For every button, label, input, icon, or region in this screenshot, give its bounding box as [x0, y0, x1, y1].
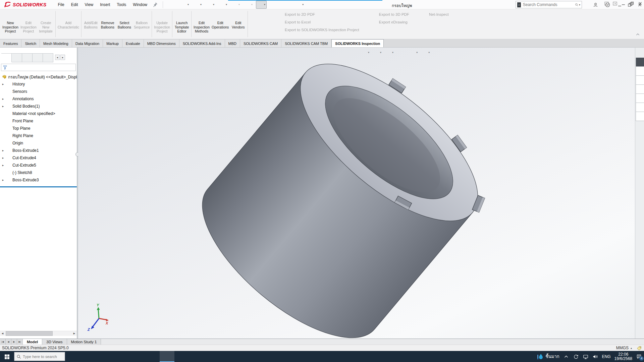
- account-button[interactable]: [591, 1, 600, 9]
- export-button-export-to-3d-pdf[interactable]: Export to 3D PDF: [371, 11, 409, 17]
- ribbon-button-balloon-sequence[interactable]: Balloon Sequence: [133, 10, 151, 30]
- quick-button-redo[interactable]: ▾: [243, 1, 254, 9]
- scrollbar-thumb[interactable]: [6, 331, 53, 336]
- view-tab-motion-study-1[interactable]: Motion Study 1: [67, 339, 101, 345]
- ribbon-button-create-new-template[interactable]: Create New template: [38, 10, 54, 35]
- units-selector[interactable]: MMGS: [616, 346, 629, 350]
- tree-item-material[interactable]: ▸ Material <not specified>: [0, 110, 77, 117]
- export-button-export-to-solidworks-inspection-project[interactable]: Export to SOLIDWORKS Inspection Project: [276, 27, 359, 33]
- pin-icon[interactable]: [153, 2, 158, 7]
- tree-item-cut-extrude5[interactable]: ▸ Cut-Extrude5: [0, 162, 77, 169]
- scroll-right-icon[interactable]: ▶: [72, 331, 77, 336]
- quick-button-print[interactable]: ▾: [218, 1, 228, 9]
- panel-tab-feature-manager[interactable]: [1, 53, 12, 62]
- view-tool-previous-view[interactable]: ▾: [324, 49, 333, 56]
- quick-button-undo[interactable]: ▾: [230, 1, 241, 9]
- dropdown-caret-icon[interactable]: ▾: [392, 51, 393, 54]
- dropdown-caret-icon[interactable]: ▾: [226, 3, 227, 6]
- view-tool-view-orientation[interactable]: ▾: [360, 49, 370, 56]
- quick-button-file-properties[interactable]: ▾: [281, 1, 292, 9]
- search-icon[interactable]: [575, 2, 578, 7]
- language-indicator[interactable]: ENG: [602, 354, 611, 359]
- task-pane-tab-design-library[interactable]: [636, 76, 644, 85]
- expand-arrow-icon[interactable]: ▸: [1, 178, 5, 182]
- dropdown-caret-icon[interactable]: ▾: [302, 3, 304, 6]
- tab-markup[interactable]: Markup: [103, 39, 122, 47]
- view-tool-zoom-to-area[interactable]: ▾: [312, 49, 321, 56]
- doc-minimize-icon[interactable]: [621, 1, 626, 6]
- network-icon[interactable]: [583, 354, 589, 360]
- weather-widget[interactable]: ชื้นมาก: [537, 353, 559, 360]
- taskbar-clock[interactable]: 22:06 19/6/2568: [614, 352, 632, 361]
- tree-item-origin[interactable]: ▸ Origin: [0, 139, 77, 147]
- task-pane-tab-appearances-scenes[interactable]: [636, 103, 644, 112]
- view-tool-apply-scene[interactable]: ▾: [408, 49, 418, 56]
- quick-button-save[interactable]: ▾: [205, 1, 216, 9]
- quick-button-options[interactable]: ▾: [294, 1, 305, 9]
- panel-tab-display-manager[interactable]: [43, 53, 53, 62]
- search-commands-box[interactable]: › ▾: [516, 1, 582, 8]
- ribbon-collapse-icon[interactable]: [636, 33, 640, 37]
- tree-item-cut-extrude4[interactable]: ▸ Cut-Extrude4: [0, 154, 77, 162]
- taskbar-app-mail[interactable]: [145, 351, 160, 362]
- taskbar-app-store[interactable]: [130, 351, 145, 362]
- volume-icon[interactable]: [592, 354, 598, 360]
- panel-tab-configuration-manager[interactable]: [22, 53, 33, 62]
- taskbar-app-edge[interactable]: [101, 351, 115, 362]
- expand-arrow-icon[interactable]: ▸: [1, 82, 5, 86]
- dropdown-caret-icon[interactable]: ▾: [251, 3, 253, 6]
- model-cylinder[interactable]: [78, 48, 635, 339]
- quick-button-rebuild[interactable]: ▾: [269, 1, 279, 9]
- dropdown-caret-icon[interactable]: ▾: [213, 3, 214, 6]
- taskbar-app-solidworks-2024[interactable]: [160, 351, 174, 362]
- collapse-pane-left-icon[interactable]: [604, 1, 609, 6]
- taskbar-search-input[interactable]: [23, 355, 62, 359]
- tree-item-sensors[interactable]: ▸ Sensors: [0, 88, 77, 95]
- tab-solidworks-cam-tbm[interactable]: SOLIDWORKS CAM TBM: [281, 39, 331, 47]
- panel-tab-scroll-left-icon[interactable]: ◂: [55, 55, 60, 60]
- menu-item-edit[interactable]: Edit: [68, 1, 82, 8]
- ribbon-button-add-edit-balloons[interactable]: Add/Edit Balloons: [83, 10, 99, 30]
- tab-nav-last-icon[interactable]: ▶|: [17, 339, 23, 345]
- doc-restore-icon[interactable]: [629, 1, 634, 6]
- menu-item-tools[interactable]: Tools: [113, 1, 129, 8]
- dropdown-caret-icon[interactable]: ▾: [187, 3, 189, 6]
- quick-button-select[interactable]: ▾: [256, 1, 267, 9]
- hidden-icons-chevron-icon[interactable]: [563, 354, 569, 360]
- panel-tab-property-manager[interactable]: [12, 53, 22, 62]
- tree-root-part[interactable]: กรอบใหญ่พ (Default) <<Default>_Displ: [0, 73, 77, 80]
- ribbon-button-new-inspection-project[interactable]: New Inspection Project: [1, 10, 19, 35]
- tree-item-sketch8[interactable]: ▸ (-) Sketch8: [0, 169, 77, 176]
- doc-close-icon[interactable]: [638, 1, 643, 6]
- tree-item-front-plane[interactable]: ▸ Front Plane: [0, 117, 77, 125]
- export-button-net-inspect[interactable]: Net-Inspect: [421, 11, 449, 17]
- tab-solidworks-cam[interactable]: SOLIDWORKS CAM: [240, 39, 281, 47]
- menu-item-view[interactable]: View: [81, 1, 97, 8]
- tab-evaluate[interactable]: Evaluate: [122, 39, 144, 47]
- ribbon-button-update-inspection-project[interactable]: Update Inspection Project: [153, 10, 171, 35]
- taskbar-app-task-view[interactable]: [86, 351, 101, 362]
- view-tool-edit-appearance[interactable]: ▾: [396, 49, 406, 56]
- taskbar-search-box[interactable]: [14, 352, 65, 361]
- tree-item-boss-extrude3[interactable]: ▸ Boss-Extrude3: [0, 176, 77, 184]
- rollback-bar[interactable]: [0, 186, 77, 187]
- tree-item-boss-extrude1[interactable]: ▸ Boss-Extrude1: [0, 147, 77, 154]
- panel-horizontal-scrollbar[interactable]: ◀ ▶: [0, 331, 77, 336]
- panel-tab-scroll-right-icon[interactable]: ▸: [60, 55, 65, 60]
- view-tool-section-view[interactable]: ▾: [336, 49, 345, 56]
- tab-nav-prev-icon[interactable]: ◀: [6, 339, 11, 345]
- ribbon-button-select-balloons[interactable]: Select Balloons: [116, 10, 133, 30]
- dropdown-caret-icon[interactable]: ▾: [416, 51, 418, 54]
- export-button-export-edrawing[interactable]: Export eDrawing: [371, 19, 409, 25]
- task-pane-tab-file-explorer[interactable]: [636, 85, 644, 94]
- view-tab-3d-views[interactable]: 3D Views: [42, 339, 67, 345]
- expand-arrow-icon[interactable]: ▸: [1, 156, 5, 160]
- quick-button-open[interactable]: ▾: [192, 1, 203, 9]
- dropdown-caret-icon[interactable]: ▾: [380, 51, 381, 54]
- panel-tab-dimxpert-manager[interactable]: [33, 53, 43, 62]
- dropdown-caret-icon[interactable]: ▾: [428, 51, 430, 54]
- menu-item-insert[interactable]: Insert: [97, 1, 113, 8]
- tab-solidworks-add-ins[interactable]: SOLIDWORKS Add-Ins: [179, 39, 225, 47]
- tag-icon[interactable]: [636, 346, 641, 351]
- tab-nav-next-icon[interactable]: ▶: [11, 339, 17, 345]
